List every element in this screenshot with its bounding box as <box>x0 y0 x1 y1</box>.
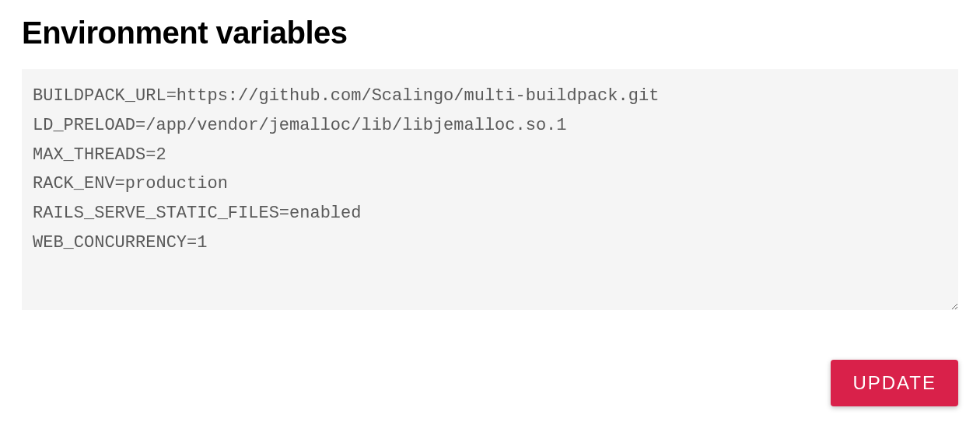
page-title: Environment variables <box>22 16 958 51</box>
update-button[interactable]: UPDATE <box>831 360 958 406</box>
action-row: UPDATE <box>22 360 958 406</box>
env-vars-textarea[interactable] <box>22 69 958 310</box>
